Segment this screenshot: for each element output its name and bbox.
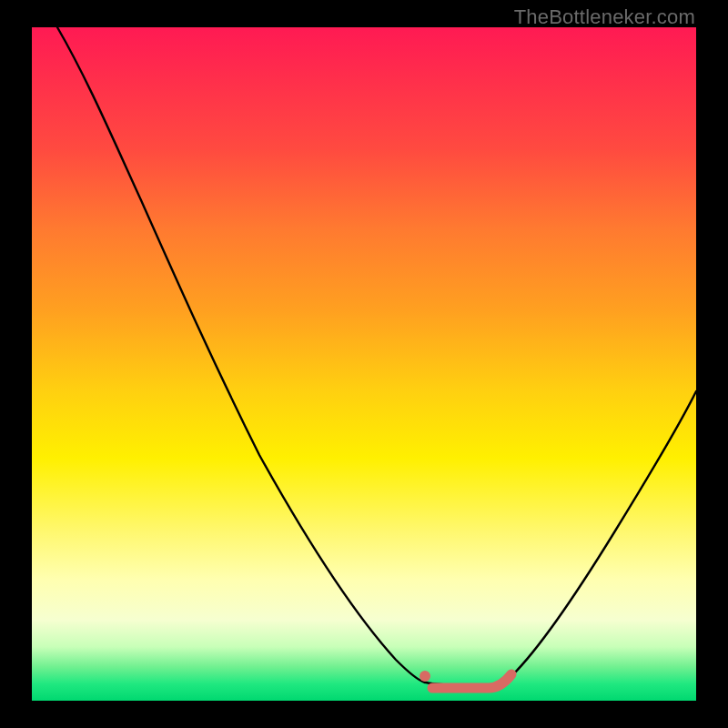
- highlight-segment: [432, 674, 511, 688]
- chart-svg: [32, 27, 696, 701]
- chart-frame: TheBottleneker.com: [0, 0, 728, 728]
- bottleneck-curve: [57, 27, 696, 685]
- watermark-text: TheBottleneker.com: [514, 5, 695, 29]
- highlight-marker: [420, 671, 430, 682]
